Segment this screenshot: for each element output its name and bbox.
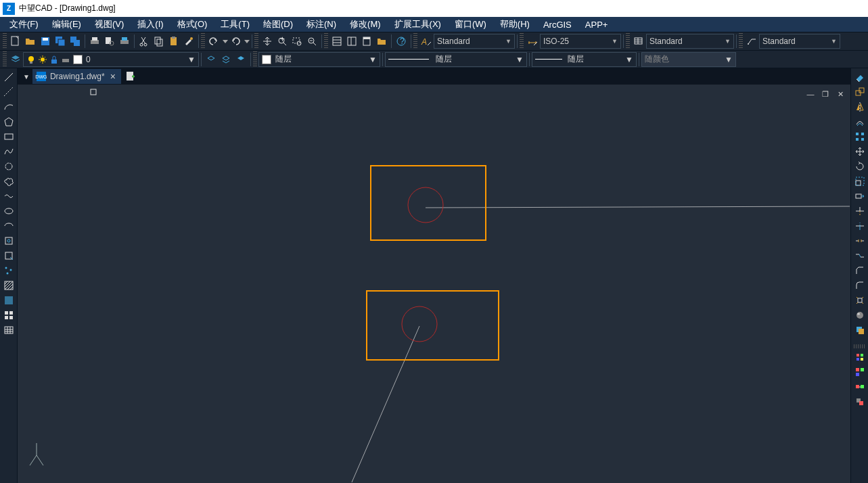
layer-uniso-button[interactable] (219, 52, 233, 67)
region-tool[interactable] (1, 308, 17, 323)
solid-sphere-tool[interactable] (852, 308, 868, 323)
chamfer-tool[interactable] (852, 263, 868, 278)
fillet-tool[interactable] (852, 278, 868, 293)
restore-window-button[interactable]: ❐ (819, 89, 831, 99)
mirror-tool[interactable] (852, 99, 868, 114)
print-button[interactable] (87, 34, 102, 49)
point-tool[interactable] (1, 263, 17, 278)
print-preview-button[interactable] (102, 34, 117, 49)
menu-arcgis[interactable]: ArcGIS (536, 18, 578, 31)
break-tool[interactable] (852, 233, 868, 248)
erase-tool[interactable] (852, 70, 868, 85)
zoom-realtime-button[interactable]: + (275, 34, 290, 49)
block-tool[interactable] (1, 233, 17, 248)
spline-tool[interactable] (1, 144, 17, 159)
layer-iso-button[interactable] (204, 52, 219, 67)
ellipse-arc-tool[interactable] (1, 218, 17, 233)
new-document-button[interactable] (122, 69, 139, 84)
mleader-style-icon[interactable] (744, 34, 759, 49)
array-tool[interactable] (852, 129, 868, 144)
offset-tool[interactable] (852, 114, 868, 129)
polygon-tool[interactable] (1, 114, 17, 129)
layer-manager-button[interactable] (8, 52, 23, 67)
menu-help[interactable]: 帮助(H) (493, 17, 536, 32)
construction-line-tool[interactable] (1, 85, 17, 99)
plotstyle-dropdown[interactable]: 随颜色 ▼ (641, 52, 736, 67)
insert-block-tool[interactable] (1, 248, 17, 263)
table-style-dropdown[interactable]: Standard ▼ (646, 34, 734, 49)
rotate-tool[interactable] (852, 159, 868, 174)
extend-tool[interactable] (852, 218, 868, 233)
linetype-dropdown[interactable]: 随层 ▼ (385, 52, 527, 67)
paste-button[interactable] (166, 34, 181, 49)
menu-format[interactable]: 格式(O) (170, 17, 214, 32)
lineweight-dropdown[interactable]: 随层 ▼ (532, 52, 637, 67)
toolbar-grip[interactable] (3, 33, 7, 49)
text-style-icon[interactable]: A (419, 34, 434, 49)
layer-merge-tool[interactable] (852, 380, 868, 394)
undo-dropdown[interactable] (221, 34, 228, 49)
gradient-tool[interactable] (1, 293, 17, 308)
undo-button[interactable] (206, 34, 221, 49)
cut-button[interactable] (137, 34, 152, 49)
properties-button[interactable] (329, 34, 344, 49)
text-style-dropdown[interactable]: Standard ▼ (434, 34, 515, 49)
help-button[interactable]: ? (394, 34, 409, 49)
dim-style-icon[interactable] (525, 34, 540, 49)
toolbar-grip[interactable] (324, 33, 328, 49)
save-button[interactable] (38, 34, 53, 49)
explode-tool[interactable] (852, 293, 868, 308)
pan-button[interactable] (260, 34, 275, 49)
menu-dimension[interactable]: 标注(N) (300, 17, 343, 32)
menu-express[interactable]: 扩展工具(X) (388, 17, 448, 32)
menu-modify[interactable]: 修改(M) (343, 17, 388, 32)
layer-states-tool[interactable] (852, 350, 868, 365)
layer-prev-button[interactable] (233, 52, 248, 67)
copy-tool[interactable] (852, 85, 868, 99)
menu-tools[interactable]: 工具(T) (214, 17, 256, 32)
saveas-button[interactable] (53, 34, 68, 49)
publish-button[interactable] (117, 34, 132, 49)
toolbar-grip[interactable] (626, 33, 630, 49)
menu-window[interactable]: 窗口(W) (448, 17, 493, 32)
toolbar-grip[interactable] (520, 33, 524, 49)
table-style-icon[interactable] (631, 34, 646, 49)
table-tool[interactable] (1, 323, 17, 338)
wave-tool[interactable] (1, 189, 17, 204)
hatch-tool[interactable] (1, 278, 17, 293)
close-window-button[interactable]: ✕ (834, 89, 846, 99)
line-tool[interactable] (1, 70, 17, 85)
document-tab[interactable]: DWG Drawing1.dwg* × (32, 69, 121, 84)
toolbar-grip[interactable] (253, 51, 257, 68)
menu-edit[interactable]: 编辑(E) (45, 17, 88, 32)
toolbar-grip[interactable] (739, 33, 743, 49)
toolbar-grip[interactable] (3, 51, 7, 68)
saveall-button[interactable] (68, 34, 83, 49)
zoom-window-button[interactable] (290, 34, 304, 49)
menu-file[interactable]: 文件(F) (3, 17, 45, 32)
toolbar-grip[interactable] (413, 33, 417, 49)
ellipse-tool[interactable] (1, 204, 17, 218)
open-button[interactable] (23, 34, 38, 49)
new-button[interactable] (8, 34, 23, 49)
menu-appplus[interactable]: APP+ (578, 18, 615, 31)
rectangle-tool[interactable] (1, 129, 17, 144)
close-tab-button[interactable]: × (109, 71, 117, 82)
tab-dropdown-icon[interactable]: ▼ (20, 73, 32, 80)
join-tool[interactable] (852, 248, 868, 263)
match-properties-button[interactable] (181, 34, 196, 49)
arc-tool[interactable] (1, 99, 17, 114)
draworder-tool[interactable] (852, 323, 868, 338)
redo-dropdown[interactable] (243, 34, 250, 49)
sheet-set-button[interactable] (374, 34, 389, 49)
dim-style-dropdown[interactable]: ISO-25 ▼ (540, 34, 621, 49)
layer-delete-tool[interactable] (852, 394, 868, 409)
design-center-button[interactable] (344, 34, 359, 49)
color-dropdown[interactable]: 随层 ▼ (258, 52, 380, 67)
layer-dropdown[interactable]: 0 ▼ (23, 52, 199, 67)
scale-tool[interactable] (852, 174, 868, 189)
tool-palettes-button[interactable] (359, 34, 374, 49)
drawing-canvas[interactable]: — ❐ ✕ (18, 85, 850, 483)
circle-tool[interactable] (1, 159, 17, 174)
zoom-previous-button[interactable] (304, 34, 319, 49)
